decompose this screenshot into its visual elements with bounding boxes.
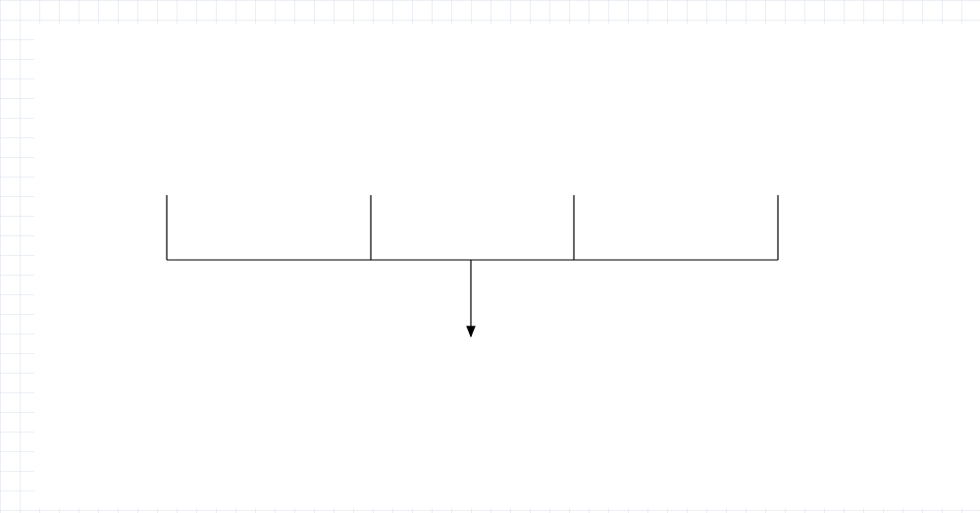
- canvas-white: [34, 25, 980, 508]
